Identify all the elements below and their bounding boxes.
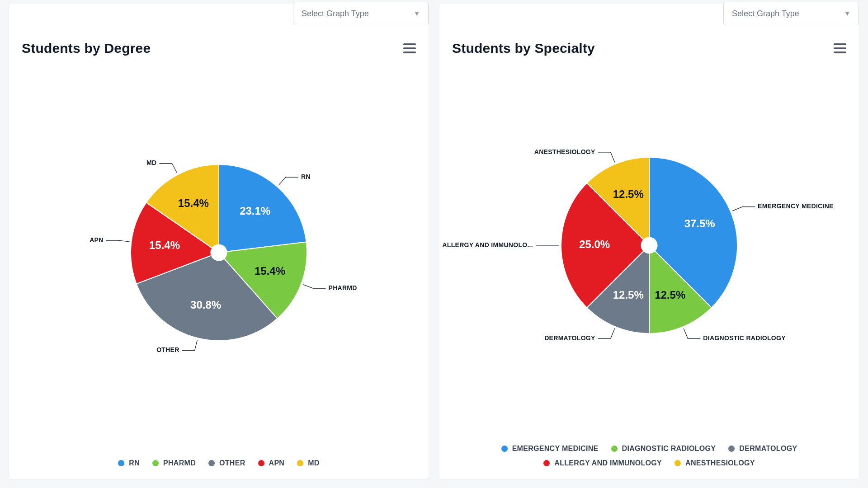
donut-hole xyxy=(641,237,657,253)
legend-swatch xyxy=(543,460,550,466)
graph-type-select-wrap-right: Select Graph Type ▼ xyxy=(723,2,859,25)
leader-line xyxy=(182,340,198,350)
legend-label: ALLERGY AND IMMUNOLOGY xyxy=(554,459,662,467)
graph-type-select-wrap-left: Select Graph Type ▼ xyxy=(293,2,429,25)
card-students-by-degree: Select Graph Type ▼ Students by Degree 2… xyxy=(9,4,429,479)
slice-percent-label: 12.5% xyxy=(613,289,644,301)
legend-item[interactable]: ANESTHESIOLOGY xyxy=(675,459,755,467)
chart-menu-icon[interactable] xyxy=(834,43,846,53)
leader-line xyxy=(732,207,755,211)
slice-percent-label: 15.4% xyxy=(255,265,285,277)
slice-percent-label: 25.0% xyxy=(579,238,610,250)
slice-percent-label: 12.5% xyxy=(613,188,644,200)
slice-category-label: APN xyxy=(90,236,103,244)
slice-category-label: ANESTHESIOLOGY xyxy=(534,148,595,155)
legend-item[interactable]: MD xyxy=(297,459,319,467)
legend-item[interactable]: DERMATOLOGY xyxy=(728,445,797,453)
legend-swatch xyxy=(675,460,681,466)
slice-percent-label: 15.4% xyxy=(149,239,180,251)
leader-line xyxy=(303,285,326,289)
leader-line xyxy=(106,240,130,242)
legend-right: EMERGENCY MEDICINEDIAGNOSTIC RADIOLOGYDE… xyxy=(439,440,859,479)
legend-swatch xyxy=(258,460,264,466)
legend-item[interactable]: RN xyxy=(118,459,140,467)
legend-label: MD xyxy=(308,459,319,467)
legend-left: RNPHARMDOTHERAPNMD xyxy=(9,455,429,479)
slice-percent-label: 30.8% xyxy=(190,299,221,311)
graph-type-select[interactable]: Select Graph Type ▼ xyxy=(293,2,429,25)
pie-chart-degree: 23.1%RN15.4%PHARMD30.8%OTHER15.4%APN15.4… xyxy=(15,99,422,415)
legend-item[interactable]: DIAGNOSTIC RADIOLOGY xyxy=(611,445,716,453)
graph-type-select-placeholder: Select Graph Type xyxy=(302,9,369,19)
donut-hole xyxy=(211,244,226,260)
slice-category-label: EMERGENCY MEDICINE xyxy=(758,202,834,210)
legend-item[interactable]: OTHER xyxy=(208,459,245,467)
slice-percent-label: 37.5% xyxy=(684,217,715,230)
graph-type-select-placeholder: Select Graph Type xyxy=(732,9,799,19)
card-header-right: Students by Specialty xyxy=(439,30,859,60)
pie-chart-specialty: 37.5%EMERGENCY MEDICINE12.5%DIAGNOSTIC R… xyxy=(446,92,853,408)
slice-percent-label: 23.1% xyxy=(240,205,270,217)
caret-down-icon: ▼ xyxy=(414,10,420,17)
leader-line xyxy=(598,328,615,338)
chart-area-right: 37.5%EMERGENCY MEDICINE12.5%DIAGNOSTIC R… xyxy=(439,60,859,440)
legend-label: ANESTHESIOLOGY xyxy=(685,459,755,467)
slice-category-label: RN xyxy=(301,173,311,180)
leader-line xyxy=(278,177,298,185)
card-header-left: Students by Degree xyxy=(9,30,429,60)
slice-category-label: DERMATOLOGY xyxy=(544,334,595,342)
slice-category-label: ALLERGY AND IMMUNOLO... xyxy=(442,241,533,249)
legend-label: APN xyxy=(269,459,285,467)
legend-label: RN xyxy=(129,459,140,467)
legend-item[interactable]: ALLERGY AND IMMUNOLOGY xyxy=(543,459,662,467)
legend-label: PHARMD xyxy=(163,459,196,467)
slice-category-label: MD xyxy=(146,159,156,166)
legend-swatch xyxy=(728,446,735,452)
chart-area-left: 23.1%RN15.4%PHARMD30.8%OTHER15.4%APN15.4… xyxy=(9,60,429,455)
legend-item[interactable]: APN xyxy=(258,459,285,467)
leader-line xyxy=(598,152,615,162)
card-title-right: Students by Specialty xyxy=(452,41,595,56)
legend-swatch xyxy=(118,460,124,466)
legend-item[interactable]: PHARMD xyxy=(152,459,196,467)
card-title-left: Students by Degree xyxy=(22,41,151,56)
legend-label: OTHER xyxy=(219,459,245,467)
slice-category-label: PHARMD xyxy=(329,284,357,291)
graph-type-select[interactable]: Select Graph Type ▼ xyxy=(723,2,859,25)
legend-label: EMERGENCY MEDICINE xyxy=(512,445,599,453)
slice-category-label: DIAGNOSTIC RADIOLOGY xyxy=(703,334,786,342)
slice-category-label: OTHER xyxy=(156,346,179,353)
legend-item[interactable]: EMERGENCY MEDICINE xyxy=(501,445,599,453)
legend-label: DERMATOLOGY xyxy=(739,445,797,453)
legend-swatch xyxy=(611,446,618,452)
legend-label: DIAGNOSTIC RADIOLOGY xyxy=(622,445,716,453)
legend-swatch xyxy=(297,460,303,466)
slice-percent-label: 15.4% xyxy=(178,197,209,209)
dashboard-page: Select Graph Type ▼ Students by Degree 2… xyxy=(0,0,868,488)
slice-percent-label: 12.5% xyxy=(655,289,685,301)
leader-line xyxy=(684,328,700,338)
leader-line xyxy=(159,164,177,173)
legend-swatch xyxy=(208,460,215,466)
chart-menu-icon[interactable] xyxy=(403,43,416,53)
caret-down-icon: ▼ xyxy=(844,10,850,17)
card-students-by-specialty: Select Graph Type ▼ Students by Specialt… xyxy=(439,4,859,479)
legend-swatch xyxy=(501,446,508,452)
legend-swatch xyxy=(152,460,159,466)
